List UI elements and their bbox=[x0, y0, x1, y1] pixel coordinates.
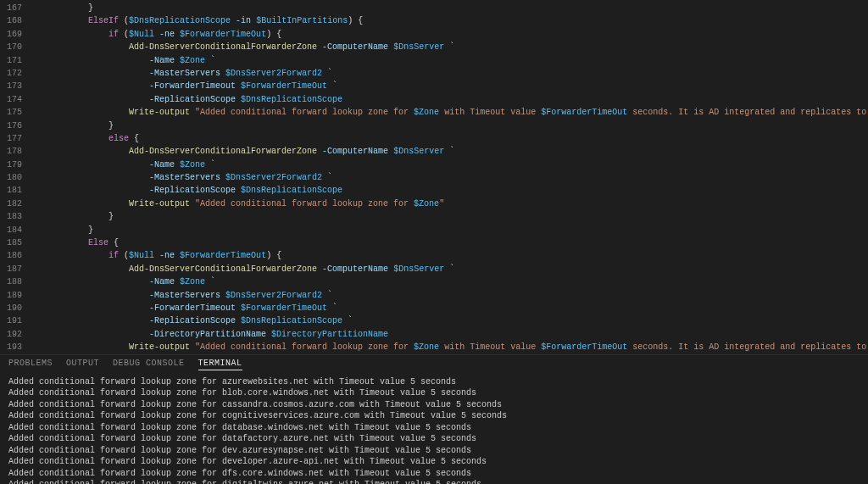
terminal-output[interactable]: Added conditional forward lookup zone fo… bbox=[0, 373, 868, 484]
code-line: -ReplicationScope $DnsReplicationScope ` bbox=[27, 314, 868, 327]
code-line: } bbox=[27, 2, 868, 14]
code-line: else { bbox=[27, 132, 868, 145]
code-line: -ForwarderTimeout $ForwarderTimeOut ` bbox=[27, 80, 868, 92]
code-line: Add-DnsServerConditionalForwarderZone -C… bbox=[27, 145, 868, 158]
code-line: Write-output "Added conditional forward … bbox=[27, 197, 868, 210]
code-line: -ReplicationScope $DnsReplicationScope bbox=[27, 93, 868, 106]
code-line: if ($Null -ne $ForwarderTimeOut) { bbox=[27, 28, 868, 41]
tab-terminal[interactable]: TERMINAL bbox=[198, 358, 242, 370]
code-line: } bbox=[27, 120, 868, 132]
tab-output[interactable]: OUTPUT bbox=[66, 358, 99, 370]
code-line: } bbox=[27, 210, 868, 223]
code-line: ElseIf ($DnsReplicationScope -in $BuiltI… bbox=[27, 14, 868, 27]
code-line: -ReplicationScope $DnsReplicationScope bbox=[27, 184, 868, 197]
code-line: Add-DnsServerConditionalForwarderZone -C… bbox=[27, 263, 868, 275]
code-line: -DirectoryPartitionName $DirectoryPartit… bbox=[27, 328, 868, 341]
code-line: -MasterServers $DnsServer2Forward2 ` bbox=[27, 289, 868, 302]
code-line: Add-DnsServerConditionalForwarderZone -C… bbox=[27, 41, 868, 53]
code-line: -Name $Zone ` bbox=[27, 54, 868, 67]
code-line: Write-output "Added conditional forward … bbox=[27, 106, 868, 119]
panel-tabs: PROBLEMS OUTPUT DEBUG CONSOLE TERMINAL bbox=[0, 354, 868, 373]
code-line: -Name $Zone ` bbox=[27, 275, 868, 288]
code-line: -MasterServers $DnsServer2Forward2 ` bbox=[27, 67, 868, 80]
tab-debug-console[interactable]: DEBUG CONSOLE bbox=[113, 358, 185, 370]
code-line: -ForwarderTimeout $ForwarderTimeOut ` bbox=[27, 302, 868, 314]
gutter: 1671681691701711721731741751761771781791… bbox=[0, 2, 27, 354]
code-line: Write-output "Added conditional forward … bbox=[27, 341, 868, 353]
code-line: -MasterServers $DnsServer2Forward2 ` bbox=[27, 171, 868, 184]
code-line: -Name $Zone ` bbox=[27, 159, 868, 171]
code-editor[interactable]: 1671681691701711721731741751761771781791… bbox=[0, 0, 868, 354]
code-line: Else { bbox=[27, 236, 868, 249]
code-line: if ($Null -ne $ForwarderTimeOut) { bbox=[27, 249, 868, 262]
code-area[interactable]: } ElseIf ($DnsReplicationScope -in $Buil… bbox=[27, 2, 868, 354]
tab-problems[interactable]: PROBLEMS bbox=[8, 358, 53, 370]
code-line: } bbox=[27, 224, 868, 236]
